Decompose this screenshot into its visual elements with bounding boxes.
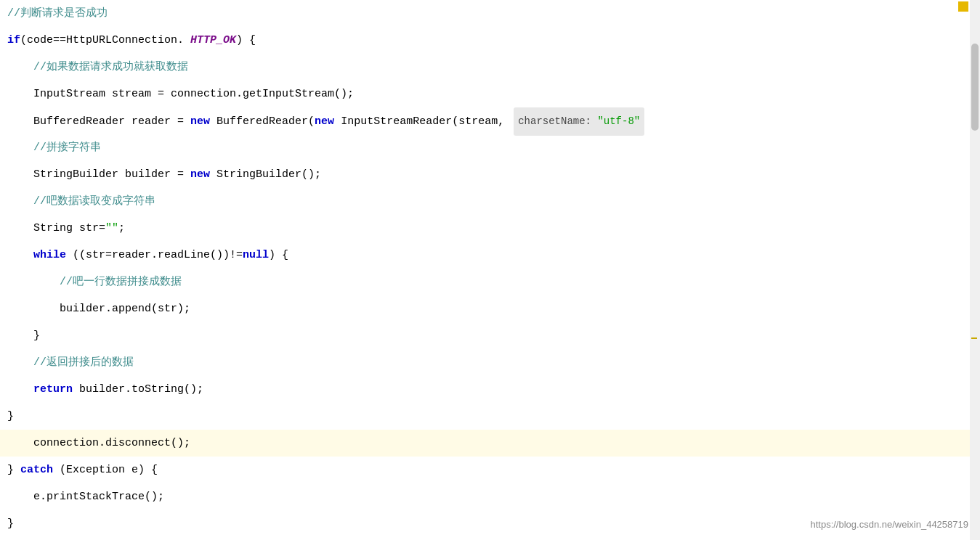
indent [7,269,60,295]
keyword-italic: HTTP_OK [190,27,236,54]
code-line: String str= "" ; [0,215,970,242]
code-text: StringBuilder(); [210,161,321,188]
keyword-catch: catch [20,457,53,483]
code-line: return builder.toString(); [0,376,970,403]
code-line: //判断请求是否成功 [0,0,970,27]
code-text: ) { [236,27,256,54]
indent [7,349,33,376]
scrollbar-vertical[interactable] [970,0,980,540]
code-line: } [0,403,970,430]
code-text: ((str=reader.readLine())!= [66,242,243,269]
code-text: connection.disconnect(); [33,430,190,457]
indent [7,161,33,188]
code-text: (Exception e) { [53,457,158,483]
code-text: (code==HttpURLConnection. [20,27,190,54]
indent [7,376,33,403]
code-text: builder.toString(); [73,376,203,403]
code-text: } [33,322,40,349]
keyword-new: new [315,108,334,135]
code-text: builder.append(str); [60,295,190,322]
code-line: builder.append(str); [0,295,970,322]
comment-text: //吧一行数据拼接成数据 [60,269,182,295]
scroll-mark-yellow [958,1,968,12]
param-hint: charsetName: "utf-8" [514,107,644,136]
code-text: BufferedReader reader = [33,108,190,135]
scrollbar-thumb[interactable] [971,44,979,131]
code-text: InputStreamReader(stream, [334,108,511,135]
code-text: BufferedReader( [210,108,315,135]
code-area[interactable]: //判断请求是否成功 if (code==HttpURLConnection. … [0,0,970,540]
scrollbar-dash [971,338,977,339]
code-line: InputStream stream = connection.getInput… [0,81,970,107]
code-text: } [7,457,20,483]
code-text: } [7,403,14,430]
code-text: e.printStackTrace(); [33,483,164,510]
comment-text: //拼接字符串 [33,134,101,161]
code-text: ) { [269,242,288,269]
code-line: BufferedReader reader = new BufferedRead… [0,107,970,134]
keyword-new: new [190,161,210,188]
comment-text: //吧数据读取变成字符串 [33,188,155,215]
code-line: if (code==HttpURLConnection. HTTP_OK ) { [0,27,970,54]
code-line: //拼接字符串 [0,134,970,161]
code-line: e.printStackTrace(); [0,483,970,510]
indent [7,215,33,242]
indent [7,54,33,81]
code-text: String str= [33,215,105,242]
indent [7,81,33,107]
indent [7,295,60,322]
code-line: } catch (Exception e) { [0,457,970,483]
code-line: //吧一行数据拼接成数据 [0,269,970,295]
indent [7,430,33,457]
code-line: while ((str=reader.readLine())!= null ) … [0,242,970,269]
indent [7,188,33,215]
keyword: if [7,27,20,54]
keyword-while: while [33,242,66,269]
keyword-new: new [190,108,210,135]
comment-text: //返回拼接后的数据 [33,349,134,376]
watermark: https://blog.csdn.ne/weixin_44258719 [810,519,968,530]
code-line-highlighted: connection.disconnect(); [0,430,970,457]
indent [7,134,33,161]
indent [7,322,33,349]
code-line: //返回拼接后的数据 [0,349,970,376]
code-line: } [0,322,970,349]
indent [7,483,33,510]
string-literal: "" [105,215,118,242]
comment-text: //判断请求是否成功 [7,0,108,27]
code-line: //吧数据读取变成字符串 [0,188,970,215]
keyword-null: null [243,242,269,269]
comment-text: //如果数据请求成功就获取数据 [33,54,188,81]
keyword-return: return [33,376,73,403]
indent [7,242,33,269]
indent [7,108,33,135]
code-text: ; [118,215,125,242]
code-text: } [7,510,14,537]
code-line: //如果数据请求成功就获取数据 [0,54,970,81]
code-line: StringBuilder builder = new StringBuilde… [0,161,970,188]
code-container: //判断请求是否成功 if (code==HttpURLConnection. … [0,0,980,540]
code-text: StringBuilder builder = [33,161,190,188]
code-text: InputStream stream = connection.getInput… [33,81,354,107]
